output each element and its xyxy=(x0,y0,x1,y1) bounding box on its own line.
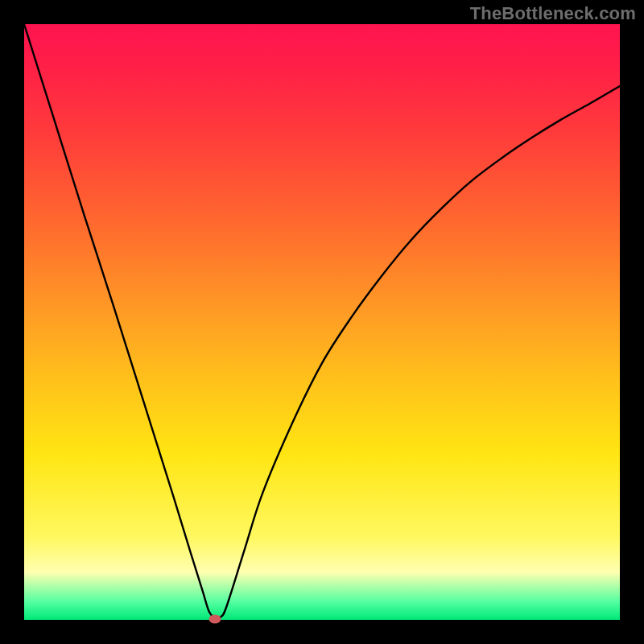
optimum-marker xyxy=(208,614,221,623)
plot-area xyxy=(24,24,620,620)
chart-container: TheBottleneck.com xyxy=(0,0,644,644)
curve-svg xyxy=(24,24,620,620)
watermark-text: TheBottleneck.com xyxy=(470,3,636,24)
bottleneck-curve xyxy=(24,24,620,619)
